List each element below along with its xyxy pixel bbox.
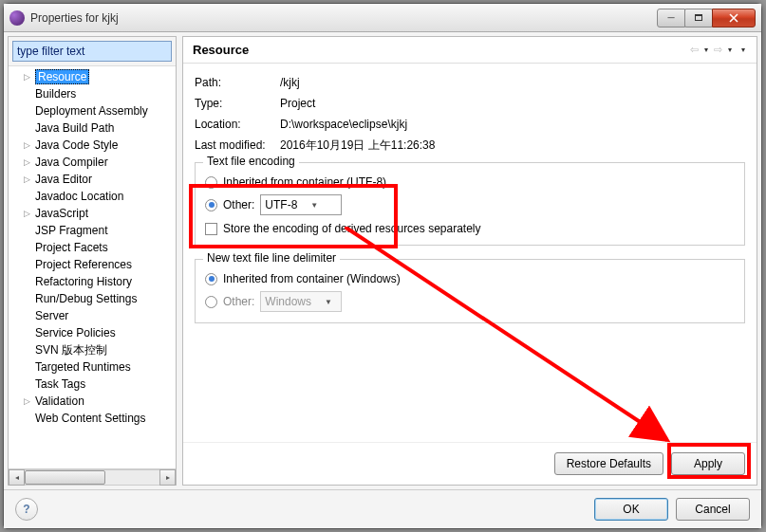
location-label: Location: [195, 115, 280, 134]
tree-item-label: Targeted Runtimes [35, 360, 131, 374]
tree-expander-icon[interactable] [22, 243, 32, 253]
tree-expander-icon[interactable] [22, 345, 32, 356]
cancel-button[interactable]: Cancel [676, 498, 750, 521]
sidebar: ▷ResourceBuildersDeployment AssemblyJava… [8, 36, 177, 486]
tree-item-javascript[interactable]: ▷JavaScript [9, 205, 176, 222]
filter-input[interactable] [12, 41, 172, 62]
modified-value: 2016年10月19日 上午11:26:38 [280, 136, 435, 155]
scroll-track[interactable] [25, 469, 159, 486]
chevron-down-icon: ▼ [310, 201, 318, 210]
tree-item-project-references[interactable]: Project References [9, 256, 176, 273]
nav-forward-icon[interactable]: ⇨ [712, 44, 724, 56]
tree-item-targeted-runtimes[interactable]: Targeted Runtimes [9, 358, 176, 376]
tree-item-validation[interactable]: ▷Validation [9, 393, 176, 410]
maximize-button[interactable] [684, 9, 713, 28]
tree-item-task-tags[interactable]: Task Tags [9, 376, 176, 393]
tree-item-label: Task Tags [35, 377, 85, 391]
tree-expander-icon[interactable] [22, 123, 32, 134]
chevron-down-icon: ▼ [325, 298, 332, 306]
tree-item-builders[interactable]: Builders [9, 85, 176, 102]
tree-expander-icon[interactable]: ▷ [22, 174, 32, 185]
tree-expander-icon[interactable] [22, 106, 32, 117]
path-label: Path: [195, 73, 280, 92]
scroll-left-button[interactable]: ◂ [9, 469, 25, 486]
titlebar[interactable]: Properties for kjkj ─ [4, 4, 761, 32]
encoding-combo[interactable]: UTF-8 ▼ [260, 194, 342, 215]
tree-item-deployment-assembly[interactable]: Deployment Assembly [9, 102, 176, 119]
delimiter-inherited-radio[interactable] [205, 273, 217, 285]
category-tree[interactable]: ▷ResourceBuildersDeployment AssemblyJava… [9, 66, 176, 468]
encoding-inherited-radio[interactable] [205, 176, 217, 189]
tree-item-resource[interactable]: ▷Resource [9, 68, 176, 85]
tree-expander-icon[interactable] [22, 413, 32, 424]
tree-expander-icon[interactable]: ▷ [22, 209, 32, 219]
nav-back-icon[interactable]: ⇦ [688, 44, 701, 56]
tree-item-java-compiler[interactable]: ▷Java Compiler [9, 154, 176, 171]
tree-item-java-editor[interactable]: ▷Java Editor [9, 171, 176, 188]
nav-forward-drop-icon[interactable]: ▾ [726, 46, 734, 54]
minimize-button[interactable]: ─ [657, 9, 685, 28]
tree-expander-icon[interactable]: ▷ [22, 72, 32, 83]
maximize-icon [695, 14, 702, 21]
delimiter-group: New text file line delimiter Inherited f… [195, 259, 745, 323]
tree-expander-icon[interactable] [22, 379, 32, 390]
tree-expander-icon[interactable] [22, 294, 32, 304]
window-title: Properties for kjkj [30, 11, 658, 25]
path-value: /kjkj [280, 73, 300, 92]
cancel-label: Cancel [695, 503, 730, 516]
store-derived-checkbox[interactable] [205, 223, 217, 235]
ok-label: OK [623, 503, 639, 516]
tree-expander-icon[interactable]: ▷ [22, 140, 32, 151]
minimize-icon: ─ [667, 12, 674, 23]
help-button[interactable]: ? [15, 498, 38, 521]
close-button[interactable] [712, 9, 756, 28]
tree-item-refactoring-history[interactable]: Refactoring History [9, 273, 176, 290]
apply-button[interactable]: Apply [671, 452, 745, 475]
view-menu-icon[interactable]: ▾ [739, 46, 747, 54]
tree-hscrollbar[interactable]: ◂ ▸ [9, 468, 176, 485]
close-icon [728, 13, 739, 23]
encoding-other-radio[interactable] [205, 199, 217, 211]
tree-item-label: Java Editor [35, 173, 92, 186]
scroll-thumb[interactable] [25, 470, 105, 485]
tree-item-service-policies[interactable]: Service Policies [9, 324, 176, 341]
tree-item-javadoc-location[interactable]: Javadoc Location [9, 188, 176, 205]
ok-button[interactable]: OK [594, 498, 668, 521]
tree-expander-icon[interactable] [22, 328, 32, 339]
tree-item-project-facets[interactable]: Project Facets [9, 239, 176, 256]
tree-item-label: Java Compiler [35, 156, 108, 169]
tree-item-java-code-style[interactable]: ▷Java Code Style [9, 137, 176, 154]
delimiter-other-radio[interactable] [205, 296, 217, 308]
tree-item-label: SVN 版本控制 [35, 342, 107, 358]
tree-item-label: Java Code Style [35, 138, 118, 152]
tree-item-label: Run/Debug Settings [35, 292, 137, 305]
tree-expander-icon[interactable] [22, 362, 32, 373]
content-pane: Resource ⇦ ▾ ⇨ ▾ ▾ Path: /kjkj [182, 36, 757, 486]
encoding-combo-value: UTF-8 [265, 198, 297, 211]
type-value: Project [280, 94, 315, 113]
scroll-right-button[interactable]: ▸ [159, 469, 176, 486]
encoding-group: Text file encoding Inherited from contai… [195, 162, 745, 246]
tree-expander-icon[interactable] [22, 277, 32, 287]
tree-expander-icon[interactable]: ▷ [22, 396, 32, 407]
delimiter-combo: Windows ▼ [260, 291, 342, 312]
tree-item-server[interactable]: Server [9, 307, 176, 324]
tree-item-jsp-fragment[interactable]: JSP Fragment [9, 222, 176, 239]
delimiter-other-label: Other: [223, 295, 254, 308]
nav-back-drop-icon[interactable]: ▾ [702, 46, 710, 54]
tree-item-run-debug-settings[interactable]: Run/Debug Settings [9, 290, 176, 307]
tree-expander-icon[interactable] [22, 311, 32, 321]
tree-expander-icon[interactable] [22, 89, 32, 100]
tree-expander-icon[interactable] [22, 260, 32, 270]
tree-item-web-content-settings[interactable]: Web Content Settings [9, 410, 176, 427]
eclipse-icon [9, 10, 25, 26]
tree-item-label: Project References [35, 258, 132, 271]
tree-expander-icon[interactable] [22, 192, 32, 202]
tree-expander-icon[interactable] [22, 226, 32, 236]
delimiter-inherited-label: Inherited from container (Windows) [223, 272, 401, 285]
properties-dialog: Properties for kjkj ─ ▷ResourceBuildersD… [3, 3, 762, 529]
restore-defaults-button[interactable]: Restore Defaults [554, 452, 663, 475]
tree-expander-icon[interactable]: ▷ [22, 157, 32, 168]
tree-item-svn-[interactable]: SVN 版本控制 [9, 341, 176, 358]
tree-item-java-build-path[interactable]: Java Build Path [9, 119, 176, 137]
